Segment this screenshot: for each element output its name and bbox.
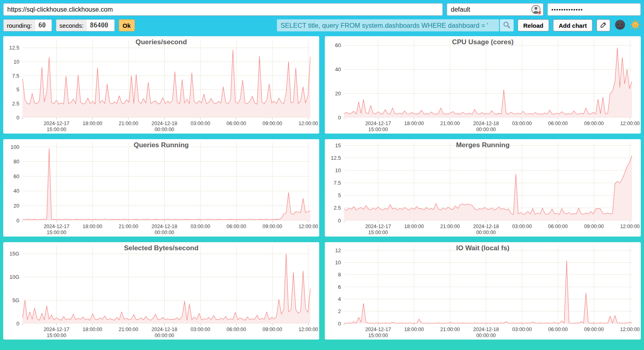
svg-text:2.5: 2.5	[12, 101, 19, 107]
chart-canvas-io-wait-local-fs[interactable]: 0246810122024-12-1715:00:0018:00:0021:00…	[325, 242, 641, 340]
svg-text:12: 12	[335, 247, 341, 253]
svg-text:2024-12-17: 2024-12-17	[43, 121, 69, 126]
chart-canvas-queries-per-second[interactable]: 02.557.51012.52024-12-1715:00:0018:00:00…	[3, 36, 319, 134]
svg-text:00:00:00: 00:00:00	[476, 230, 496, 235]
user-error-badge-icon: ✗	[538, 10, 542, 16]
svg-text:18:00:00: 18:00:00	[83, 224, 102, 229]
svg-text:12:00:00: 12:00:00	[299, 121, 318, 126]
user-icon: ✗	[531, 5, 541, 14]
svg-text:5: 5	[17, 86, 19, 93]
svg-text:5G: 5G	[12, 297, 19, 303]
svg-text:0: 0	[17, 321, 19, 327]
chart-panel-selected-bytes-per-second: 05G10G15G2024-12-1715:00:0018:00:0021:00…	[3, 242, 319, 340]
svg-text:20: 20	[14, 203, 19, 209]
svg-text:03:00:00: 03:00:00	[191, 327, 211, 332]
ok-button[interactable]: Ok	[119, 19, 135, 31]
svg-text:12:00:00: 12:00:00	[299, 327, 318, 332]
svg-text:12:00:00: 12:00:00	[620, 121, 640, 126]
add-chart-button[interactable]: Add chart	[553, 19, 592, 31]
rounding-value-input[interactable]: 60	[35, 20, 52, 31]
svg-text:21:00:00: 21:00:00	[440, 121, 460, 126]
svg-text:21:00:00: 21:00:00	[119, 327, 138, 332]
chart-panel-queries-running: 0204060801002024-12-1715:00:0018:00:0021…	[3, 139, 319, 237]
rounding-label: rounding:	[4, 20, 35, 31]
svg-text:18:00:00: 18:00:00	[404, 327, 424, 332]
chart-panel-queries-per-second: 02.557.51012.52024-12-1715:00:0018:00:00…	[3, 36, 319, 134]
user-input[interactable]	[447, 3, 543, 16]
svg-text:6: 6	[338, 284, 341, 290]
svg-text:03:00:00: 03:00:00	[512, 327, 532, 332]
dashboard-query-input[interactable]	[277, 19, 499, 31]
rounding-param: rounding: 60	[3, 19, 52, 31]
chart-canvas-selected-bytes-per-second[interactable]: 05G10G15G2024-12-1715:00:0018:00:0021:00…	[3, 242, 319, 340]
dark-theme-toggle[interactable]	[614, 19, 625, 31]
svg-text:06:00:00: 06:00:00	[548, 327, 568, 332]
svg-text:09:00:00: 09:00:00	[584, 121, 604, 126]
svg-text:21:00:00: 21:00:00	[440, 224, 460, 229]
svg-text:15:00:00: 15:00:00	[368, 127, 388, 132]
svg-text:80: 80	[14, 159, 19, 165]
svg-text:12:00:00: 12:00:00	[299, 224, 318, 229]
svg-text:12:00:00: 12:00:00	[620, 224, 640, 229]
svg-text:06:00:00: 06:00:00	[548, 121, 568, 126]
svg-text:12:00:00: 12:00:00	[620, 327, 640, 332]
svg-text:00:00:00: 00:00:00	[476, 333, 496, 338]
svg-text:40: 40	[14, 188, 19, 194]
svg-text:2.5: 2.5	[334, 205, 341, 211]
svg-text:0: 0	[338, 115, 341, 121]
svg-text:20: 20	[335, 91, 341, 97]
run-query-button[interactable]	[500, 19, 514, 31]
svg-text:0: 0	[17, 218, 19, 224]
chart-canvas-merges-running[interactable]: 02.557.51012.5152024-12-1715:00:0018:00:…	[325, 139, 641, 237]
svg-text:09:00:00: 09:00:00	[262, 327, 282, 332]
svg-text:2024-12-18: 2024-12-18	[473, 121, 499, 126]
svg-text:10G: 10G	[9, 274, 19, 280]
svg-text:03:00:00: 03:00:00	[512, 121, 532, 126]
edit-button[interactable]	[597, 19, 610, 31]
svg-text:2024-12-18: 2024-12-18	[473, 224, 499, 229]
svg-text:09:00:00: 09:00:00	[584, 224, 604, 229]
svg-text:0: 0	[17, 115, 19, 121]
svg-text:2024-12-17: 2024-12-17	[365, 327, 391, 332]
svg-text:2024-12-17: 2024-12-17	[365, 121, 391, 126]
svg-text:15G: 15G	[9, 251, 19, 257]
svg-text:5: 5	[338, 192, 341, 198]
svg-text:100: 100	[10, 144, 19, 150]
svg-text:15:00:00: 15:00:00	[47, 127, 66, 132]
seconds-label: seconds:	[56, 20, 87, 31]
svg-text:2024-12-17: 2024-12-17	[43, 327, 69, 332]
svg-text:12.5: 12.5	[331, 155, 341, 161]
svg-text:60: 60	[335, 42, 341, 48]
svg-text:21:00:00: 21:00:00	[119, 224, 138, 229]
server-url-input[interactable]	[3, 3, 443, 16]
password-input[interactable]	[547, 3, 641, 16]
svg-text:09:00:00: 09:00:00	[262, 121, 282, 126]
svg-text:21:00:00: 21:00:00	[440, 327, 460, 332]
chart-panel-merges-running: 02.557.51012.5152024-12-1715:00:0018:00:…	[325, 139, 641, 237]
chart-canvas-cpu-usage[interactable]: 02040602024-12-1715:00:0018:00:0021:00:0…	[325, 36, 641, 134]
seconds-value-input[interactable]: 86400	[87, 20, 114, 31]
svg-text:12.5: 12.5	[9, 45, 19, 51]
svg-text:03:00:00: 03:00:00	[512, 224, 532, 229]
svg-text:00:00:00: 00:00:00	[476, 127, 496, 132]
svg-text:2024-12-17: 2024-12-17	[365, 224, 391, 229]
svg-text:18:00:00: 18:00:00	[404, 224, 424, 229]
svg-text:15:00:00: 15:00:00	[47, 230, 66, 235]
svg-text:2024-12-18: 2024-12-18	[152, 327, 178, 332]
svg-text:09:00:00: 09:00:00	[262, 224, 282, 229]
chart-canvas-queries-running[interactable]: 0204060801002024-12-1715:00:0018:00:0021…	[3, 139, 319, 237]
svg-text:03:00:00: 03:00:00	[191, 121, 211, 126]
svg-text:18:00:00: 18:00:00	[83, 327, 102, 332]
svg-text:00:00:00: 00:00:00	[155, 333, 174, 338]
reload-button[interactable]: Reload	[518, 19, 549, 31]
svg-text:18:00:00: 18:00:00	[83, 121, 102, 126]
svg-text:10: 10	[335, 259, 341, 266]
chart-panel-cpu-usage: 02040602024-12-1715:00:0018:00:0021:00:0…	[325, 36, 641, 134]
light-theme-toggle[interactable]	[630, 19, 641, 31]
svg-text:06:00:00: 06:00:00	[548, 224, 568, 229]
sun-icon	[630, 19, 641, 31]
svg-text:09:00:00: 09:00:00	[584, 327, 604, 332]
svg-text:15:00:00: 15:00:00	[368, 230, 388, 235]
svg-text:60: 60	[14, 173, 19, 179]
svg-text:2024-12-18: 2024-12-18	[152, 121, 178, 126]
